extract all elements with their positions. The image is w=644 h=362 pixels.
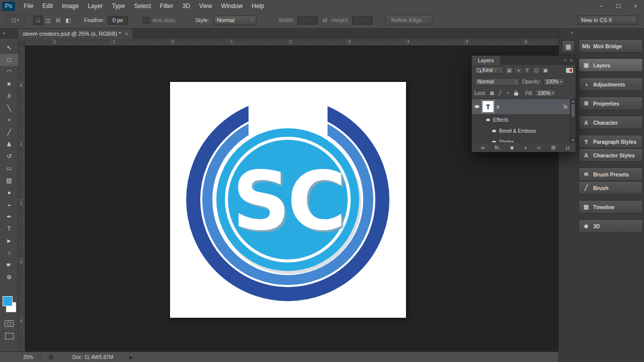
menu-item[interactable]: Window [217, 0, 248, 12]
menu-item[interactable]: Type [107, 0, 129, 12]
visibility-eye-icon[interactable] [492, 130, 496, 132]
dock-panel-button[interactable]: ≋ Brush Presets [579, 167, 643, 181]
zoom-tool[interactable]: ⊕ [0, 271, 18, 283]
filter-shape-layers-icon[interactable]: ◻ [532, 66, 540, 74]
dock-panel-button[interactable]: ¶ Paragraph Styles [579, 135, 643, 148]
menu-item[interactable]: File [19, 0, 38, 12]
filter-smart-objects-icon[interactable]: ▣ [541, 66, 549, 74]
quick-mask-button[interactable] [5, 320, 14, 327]
subtract-from-selection-icon[interactable]: ⊟ [53, 16, 63, 25]
minimize-icon[interactable]: − [593, 1, 610, 12]
document-canvas[interactable]: SC SC [170, 82, 406, 318]
dock-panel-button[interactable]: ▥ Timeline [579, 200, 643, 214]
panel-collapse-icon[interactable]: » [564, 58, 567, 63]
new-selection-icon[interactable]: □ [33, 16, 43, 25]
layer-style-icon[interactable]: fx. [495, 145, 501, 150]
workspace-select[interactable]: New in CS 6 ↕ [578, 16, 638, 25]
dock-panel-button[interactable]: ╱ Brush [579, 181, 643, 195]
visibility-eye-icon[interactable] [486, 119, 490, 121]
filter-pixel-layers-icon[interactable]: ▤ [505, 66, 513, 74]
delete-layer-icon[interactable]: ⊔ [566, 145, 570, 150]
foreground-color-swatch[interactable] [3, 296, 13, 306]
tab-close-icon[interactable]: × [125, 31, 128, 37]
status-menu-icon[interactable]: ▶ [129, 355, 133, 360]
link-layers-icon[interactable]: ∞ [481, 145, 485, 150]
visibility-eye-icon[interactable] [474, 105, 479, 108]
dock-panel-button[interactable]: Mb Mini Bridge [579, 39, 643, 53]
menu-item[interactable]: Edit [38, 0, 57, 12]
refine-edge-button[interactable]: Refine Edge... [385, 15, 433, 26]
height-input[interactable] [352, 16, 372, 25]
layer-mask-icon[interactable]: ◙ [510, 145, 513, 150]
visibility-eye-icon[interactable] [492, 141, 496, 143]
adjustment-layer-icon[interactable]: ◑ [524, 145, 527, 150]
filter-adjustment-layers-icon[interactable]: ◑ [514, 66, 522, 74]
status-sync-icon[interactable] [48, 354, 54, 360]
layer-group-icon[interactable]: ▱ [537, 145, 541, 150]
filter-type-layers-icon[interactable]: T [523, 66, 531, 74]
restore-icon[interactable]: ☐ [610, 1, 627, 12]
blur-tool[interactable]: ● [0, 187, 18, 199]
scroll-down-icon[interactable]: ▼ [571, 139, 576, 142]
panel-menu-icon[interactable]: ≡ [570, 58, 573, 63]
magic-wand-tool[interactable]: ★ [0, 78, 18, 90]
menu-item[interactable]: 3D [178, 0, 194, 12]
dock-panel-button[interactable]: ◈ 3D [579, 219, 643, 233]
layers-tab[interactable]: Layers [472, 56, 500, 65]
dock-panel-button[interactable]: A Character Styles [579, 148, 643, 162]
blend-mode-select[interactable]: Normal ↕ [474, 78, 520, 86]
text-layer-thumbnail[interactable]: T [482, 101, 494, 112]
dock-panel-button[interactable]: ▣ Layers [579, 58, 643, 72]
rectangular-marquee-tool[interactable]: □ [0, 54, 18, 66]
add-to-selection-icon[interactable]: ◫ [43, 16, 53, 25]
menu-item[interactable]: Select [129, 0, 155, 12]
screen-mode-button[interactable] [5, 333, 14, 339]
menu-item[interactable]: Layer [83, 0, 107, 12]
layer-row-selected[interactable]: T s fx [472, 99, 576, 114]
scrollbar-thumb[interactable] [572, 104, 575, 117]
filter-toggle-switch[interactable] [566, 68, 573, 73]
ruler-origin-corner[interactable] [18, 39, 25, 45]
swap-width-height-icon[interactable]: ⇄ [323, 17, 328, 24]
feather-input[interactable] [108, 16, 128, 25]
style-select[interactable]: Normal ↕ [213, 16, 257, 25]
scroll-up-icon[interactable]: ▲ [571, 100, 576, 103]
type-tool[interactable]: T [0, 223, 18, 235]
close-icon[interactable]: × [627, 1, 644, 12]
dock-panel-button[interactable]: ≣ Properties [579, 97, 643, 110]
dock-panel-button[interactable]: A Character [579, 116, 643, 129]
layer-name[interactable]: s [497, 104, 499, 110]
antialias-checkbox[interactable] [143, 17, 149, 24]
dodge-tool[interactable]: ◒ [0, 199, 18, 211]
layer-fx-badge[interactable]: fx [564, 104, 568, 110]
lock-position-icon[interactable]: + [505, 90, 511, 97]
move-tool[interactable]: ↖ [0, 42, 18, 54]
ellipse-tool[interactable]: ○ [0, 247, 18, 259]
opacity-field[interactable]: 100% ▾ [543, 78, 565, 86]
intersect-selection-icon[interactable]: ◧ [63, 16, 73, 25]
menu-item[interactable]: Filter [155, 0, 178, 12]
zoom-level-field[interactable]: 25% [23, 354, 33, 360]
eraser-tool[interactable]: ▭ [0, 162, 18, 174]
lock-transparent-pixels-icon[interactable]: ▦ [489, 90, 495, 97]
layers-scrollbar[interactable]: ▲ ▼ [570, 99, 576, 142]
tool-preset-picker[interactable]: □ ▾ [6, 14, 25, 26]
width-input[interactable] [297, 16, 317, 25]
fill-field[interactable]: 100% ▾ [535, 89, 556, 97]
brush-tool[interactable]: ╱ [0, 126, 18, 138]
lock-all-icon[interactable] [514, 93, 518, 96]
hand-tool[interactable]: ☛ [0, 259, 18, 271]
toolbar-collapse-icon[interactable]: » [3, 30, 6, 36]
menu-item[interactable]: Image [57, 0, 83, 12]
layer-effect-row[interactable]: Bevel & Emboss [472, 125, 576, 136]
menu-item[interactable]: Help [247, 0, 269, 12]
history-brush-tool[interactable]: ↺ [0, 150, 18, 162]
pen-tool[interactable]: ✒ [0, 211, 18, 223]
dock-collapse-icon[interactable]: « [571, 30, 574, 35]
filter-kind-select[interactable]: Kind ↕ [474, 66, 504, 74]
new-layer-icon[interactable]: ⊞ [551, 145, 555, 150]
eyedropper-tool[interactable]: ╲ [0, 102, 18, 114]
document-tab[interactable]: steem creators.psd @ 25% (s, RGB/8) * × [18, 29, 133, 39]
crop-tool[interactable]: # [0, 90, 18, 102]
lasso-tool[interactable]: ◠ [0, 66, 18, 78]
